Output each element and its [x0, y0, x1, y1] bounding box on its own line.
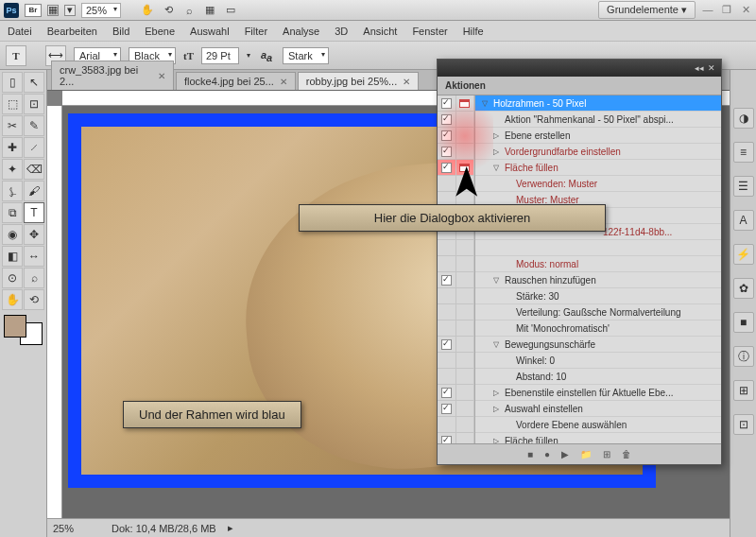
tool-21[interactable]: ⟲	[24, 289, 44, 310]
zoom-level-select[interactable]: 25%	[81, 3, 121, 18]
maximize-icon[interactable]: ❐	[720, 4, 733, 17]
tool-13[interactable]: T	[24, 202, 44, 223]
action-enable-checkbox[interactable]	[438, 144, 456, 159]
action-row[interactable]: ▽Rauschen hinzufügen	[475, 272, 721, 288]
panel-titlebar[interactable]: ◂◂ ✕	[438, 60, 721, 77]
tool-12[interactable]: ⧉	[2, 202, 23, 223]
rotate-view-icon[interactable]: ⟲	[161, 3, 176, 18]
action-dialog-toggle[interactable]	[456, 128, 475, 143]
dock-icon-0[interactable]: ◑	[733, 108, 754, 129]
action-enable-checkbox[interactable]	[438, 288, 456, 303]
action-row[interactable]: Modus: normal	[475, 256, 721, 272]
trash-icon[interactable]: 🗑	[622, 449, 631, 459]
zoom-tool-icon[interactable]: ⌕	[181, 3, 197, 18]
action-row[interactable]: Verteilung: Gaußsche Normalverteilung	[475, 304, 721, 320]
tool-5[interactable]: ✎	[24, 115, 44, 136]
color-swatch[interactable]	[2, 315, 44, 345]
menu-datei[interactable]: Datei	[8, 26, 32, 37]
action-row[interactable]: ▽Bewegungsunschärfe	[475, 337, 721, 353]
menu-analyse[interactable]: Analyse	[283, 26, 319, 37]
action-row[interactable]: Mit 'Monochromatisch'	[475, 320, 721, 337]
action-row[interactable]: Stärke: 30	[475, 288, 721, 304]
dock-icon-5[interactable]: ✿	[733, 278, 754, 299]
tool-15[interactable]: ✥	[24, 224, 44, 245]
action-row[interactable]: Aktion "Rahmenkanal - 50 Pixel" abspi...	[475, 112, 721, 128]
tool-6[interactable]: ✚	[2, 137, 23, 158]
minimize-icon[interactable]: —	[701, 4, 714, 17]
action-enable-checkbox[interactable]	[438, 95, 456, 111]
status-zoom[interactable]: 25%	[53, 523, 100, 534]
action-dialog-toggle[interactable]	[456, 320, 475, 336]
action-dialog-toggle[interactable]	[456, 256, 475, 271]
action-row[interactable]: ▽Fläche füllen	[475, 160, 721, 176]
action-row[interactable]	[475, 240, 721, 256]
arrange-docs-icon[interactable]: ▦	[202, 3, 217, 18]
tool-2[interactable]: ⬚	[2, 94, 23, 114]
dock-icon-8[interactable]: ⊞	[733, 380, 754, 401]
action-enable-checkbox[interactable]	[438, 240, 456, 255]
tool-0[interactable]: ▯	[2, 72, 23, 93]
action-enable-checkbox[interactable]	[438, 128, 456, 143]
dock-icon-1[interactable]: ≡	[733, 142, 754, 163]
action-enable-checkbox[interactable]	[438, 385, 456, 400]
action-dialog-toggle[interactable]	[456, 288, 475, 303]
action-enable-checkbox[interactable]	[438, 433, 456, 443]
action-enable-checkbox[interactable]	[438, 401, 456, 416]
menu-3d[interactable]: 3D	[335, 26, 348, 37]
doc-tab-0[interactable]: crw_3583.jpg bei 2...✕	[51, 61, 174, 90]
tool-11[interactable]: 🖌	[24, 181, 44, 201]
status-chevron-icon[interactable]: ▸	[228, 522, 233, 534]
action-row[interactable]: ▷Vordergrundfarbe einstellen	[475, 144, 721, 160]
action-row[interactable]: ▷Ebene erstellen	[475, 128, 721, 144]
doc-tab-1[interactable]: flocke4.jpg bei 25...✕	[176, 72, 296, 90]
record-button-icon[interactable]: ●	[544, 449, 550, 459]
menu-auswahl[interactable]: Auswahl	[190, 26, 230, 37]
tab-close-icon[interactable]: ✕	[158, 71, 165, 81]
launch-mini-icon[interactable]: ▦	[47, 5, 59, 16]
tab-close-icon[interactable]: ✕	[280, 77, 287, 87]
action-row[interactable]: Abstand: 10	[475, 369, 721, 385]
new-action-icon[interactable]: ⊞	[603, 449, 610, 459]
workspace-select[interactable]: Grundelemente ▾	[598, 1, 696, 19]
tool-14[interactable]: ◉	[2, 224, 23, 245]
tool-10[interactable]: ⍼	[2, 181, 23, 201]
dock-icon-4[interactable]: ⚡	[733, 244, 754, 265]
panel-close-icon[interactable]: ✕	[708, 63, 715, 73]
tab-close-icon[interactable]: ✕	[403, 77, 410, 87]
screen-mode-icon[interactable]: ▭	[223, 3, 238, 18]
tool-16[interactable]: ◧	[2, 246, 23, 267]
tool-19[interactable]: ⌕	[24, 268, 44, 288]
action-row[interactable]: Winkel: 0	[475, 353, 721, 369]
doc-tab-2[interactable]: robby.jpg bei 25%...✕	[298, 72, 419, 90]
action-dialog-toggle[interactable]	[456, 337, 475, 352]
action-dialog-toggle[interactable]	[456, 95, 475, 111]
panel-collapse-icon[interactable]: ◂◂	[695, 63, 704, 73]
action-row[interactable]: ▷Ebenenstile einstellen für Aktuelle Ebe…	[475, 385, 721, 401]
action-dialog-toggle[interactable]	[456, 304, 475, 320]
tool-18[interactable]: ⊙	[2, 268, 23, 288]
tool-9[interactable]: ⌫	[24, 159, 44, 180]
action-dialog-toggle[interactable]	[456, 385, 475, 400]
menu-hilfe[interactable]: Hilfe	[463, 26, 484, 37]
action-dialog-toggle[interactable]	[456, 353, 475, 368]
action-dialog-toggle[interactable]	[456, 272, 475, 287]
action-enable-checkbox[interactable]	[438, 320, 456, 336]
tool-20[interactable]: ✋	[2, 289, 23, 310]
antialias-select[interactable]: Stark	[283, 47, 329, 64]
extras-icon[interactable]: ▾	[64, 5, 76, 16]
menu-fenster[interactable]: Fenster	[412, 26, 447, 37]
dock-icon-6[interactable]: ■	[733, 312, 754, 333]
action-dialog-toggle[interactable]	[456, 369, 475, 384]
action-row[interactable]: Vordere Ebene auswählen	[475, 417, 721, 433]
menu-bearbeiten[interactable]: Bearbeiten	[47, 26, 97, 37]
stop-button-icon[interactable]: ■	[527, 449, 533, 459]
menu-filter[interactable]: Filter	[245, 26, 267, 37]
tool-8[interactable]: ✦	[2, 159, 23, 180]
action-dialog-toggle[interactable]	[456, 433, 475, 443]
menu-ansicht[interactable]: Ansicht	[363, 26, 397, 37]
tool-4[interactable]: ✂	[2, 115, 23, 136]
action-enable-checkbox[interactable]	[438, 353, 456, 368]
new-set-icon[interactable]: 📁	[580, 449, 592, 459]
action-dialog-toggle[interactable]	[456, 240, 475, 255]
dock-icon-3[interactable]: A	[733, 210, 754, 231]
